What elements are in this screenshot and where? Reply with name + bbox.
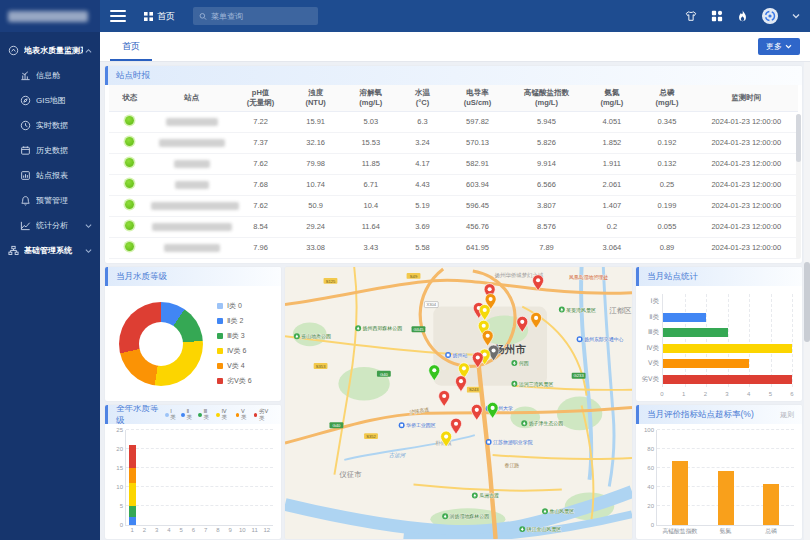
- table-row[interactable]: 7.3732.1615.533.24570.135.8261.8520.1922…: [109, 132, 798, 153]
- scrollbar-thumb[interactable]: [796, 114, 801, 162]
- bar-2[interactable]: [763, 484, 779, 525]
- bar-0[interactable]: [672, 461, 688, 525]
- grid-icon: [144, 12, 153, 21]
- legend-item[interactable]: Ⅱ类 2: [217, 316, 252, 326]
- sidebar-item-4[interactable]: 站点报表: [0, 163, 100, 188]
- sidebar-section-water-monitor[interactable]: 地表水质量监测系统: [0, 38, 100, 63]
- stacked-bar-chart[interactable]: 0510152025123456789101112: [125, 430, 273, 526]
- bar-1[interactable]: [718, 471, 734, 525]
- road-shield: S125: [324, 278, 338, 284]
- grid-line: [771, 294, 772, 387]
- bar-row[interactable]: Ⅰ类: [663, 297, 792, 307]
- bar-row[interactable]: Ⅴ类: [663, 359, 792, 369]
- status-dot-normal: [125, 116, 134, 125]
- right-column: 当月站点统计 Ⅰ类Ⅱ类Ⅲ类Ⅳ类Ⅴ类劣Ⅴ类 0123456 当月评价指标站点超标率…: [636, 267, 802, 539]
- map-label-district: 仪征市: [339, 470, 362, 479]
- sidebar-item-3[interactable]: 历史数据: [0, 138, 100, 163]
- panel-header: 站点时报: [105, 66, 802, 85]
- stacked-bar-month-1[interactable]: [129, 430, 136, 525]
- legend-item[interactable]: Ⅲ类: [198, 408, 212, 422]
- map-canvas[interactable]: S125S49X304S353G40G40S352S243G233G345 扬州…: [285, 267, 632, 539]
- legend-item[interactable]: Ⅴ类 4: [217, 361, 252, 371]
- table-row[interactable]: 8.5429.2411.643.69456.768.5760.20.055202…: [109, 216, 798, 237]
- search-input[interactable]: [211, 12, 312, 21]
- col-header: 站点: [150, 85, 233, 111]
- svg-text:江都区: 江都区: [609, 306, 632, 315]
- theme-icon[interactable]: [685, 10, 697, 22]
- map-label-poi: 扬州东部交通中心: [577, 336, 624, 343]
- donut-ring[interactable]: [119, 302, 203, 386]
- rules-link[interactable]: 规则: [780, 410, 794, 420]
- sidebar-item-2[interactable]: 实时数据: [0, 113, 100, 138]
- col-header: 水温(°C): [398, 85, 446, 111]
- svg-text:扬州站: 扬州站: [453, 352, 468, 359]
- map-panel[interactable]: S125S49X304S353G40G40S352S243G233G345 扬州…: [285, 267, 632, 539]
- svg-text:S352: S352: [366, 434, 376, 439]
- table-row[interactable]: 7.6810.746.714.43603.946.5662.0610.25202…: [109, 174, 798, 195]
- legend-item[interactable]: Ⅳ类: [216, 408, 231, 422]
- avatar[interactable]: [762, 8, 778, 24]
- tab-home[interactable]: 首页: [110, 32, 152, 61]
- legend-item[interactable]: Ⅳ类 6: [217, 346, 252, 356]
- chart-legend: Ⅰ类Ⅱ类Ⅲ类Ⅳ类Ⅴ类劣Ⅴ类: [165, 408, 273, 422]
- station-name-redacted: [166, 118, 218, 126]
- annual-grade-panel: 全年水质等级 Ⅰ类Ⅱ类Ⅲ类Ⅳ类Ⅴ类劣Ⅴ类 0510152025123456789…: [105, 405, 281, 539]
- status-dot-normal: [125, 137, 134, 146]
- legend-item[interactable]: Ⅱ类: [181, 408, 194, 422]
- col-header: 氨氮(mg/L): [584, 85, 639, 111]
- x-tick: 12: [264, 527, 271, 533]
- svg-text:G40: G40: [332, 423, 341, 428]
- app-window: 地表水质量监测系统信息舱GIS地图实时数据历史数据站点报表预警管理统计分析基础管…: [0, 0, 810, 540]
- scrollbar-thumb[interactable]: [804, 262, 810, 342]
- legend-item[interactable]: Ⅴ类: [236, 408, 250, 422]
- panel-title: 站点时报: [116, 70, 150, 82]
- legend-item[interactable]: 劣Ⅴ类: [254, 408, 273, 422]
- search-icon: [199, 12, 207, 21]
- page-scrollbar[interactable]: [804, 62, 810, 540]
- bar-row[interactable]: Ⅱ类: [663, 312, 792, 322]
- col-header: 监测时间: [695, 85, 798, 111]
- status-dot-normal: [125, 158, 134, 167]
- caret-down-icon: [85, 223, 92, 229]
- col-header: 高锰酸盐指数(mg/L): [509, 85, 585, 111]
- chevron-down-icon[interactable]: [792, 13, 800, 19]
- road-shield: G40: [329, 422, 343, 428]
- more-button[interactable]: 更多: [758, 38, 800, 55]
- hamburger-menu-icon[interactable]: [110, 10, 126, 22]
- breadcrumb[interactable]: 首页: [144, 10, 175, 23]
- sidebar-item-0[interactable]: 信息舱: [0, 63, 100, 88]
- legend-item[interactable]: Ⅰ类 0: [217, 301, 252, 311]
- sidebar-section-base-manage[interactable]: 基础管理系统: [0, 238, 100, 263]
- grid-line: [685, 294, 686, 387]
- bar-chart[interactable]: 020406080100高锰酸盐指数氨氮总磷: [656, 430, 794, 526]
- x-category: 氨氮: [720, 527, 732, 536]
- sidebar-item-6[interactable]: 统计分析: [0, 213, 100, 238]
- bar-row[interactable]: Ⅲ类: [663, 328, 792, 338]
- table-row[interactable]: 7.2215.915.036.3597.825.9454.0510.345202…: [109, 111, 798, 132]
- table-row[interactable]: 7.6279.9811.854.17582.919.9141.9110.1322…: [109, 153, 798, 174]
- status-dot-normal: [125, 200, 134, 209]
- sidebar-item-1[interactable]: GIS地图: [0, 88, 100, 113]
- flame-icon[interactable]: [737, 10, 748, 22]
- segment-劣Ⅴ类: [129, 445, 136, 468]
- table-row[interactable]: 7.9633.083.435.58641.957.893.0640.892024…: [109, 237, 798, 258]
- logo: [0, 0, 100, 32]
- bar-row[interactable]: 劣Ⅴ类: [663, 374, 792, 384]
- legend-item[interactable]: 劣Ⅴ类 6: [217, 376, 252, 386]
- sidebar-item-5[interactable]: 预警管理: [0, 188, 100, 213]
- monitor-time: 2024-01-23 12:00:00: [695, 153, 798, 174]
- table-scrollbar[interactable]: [796, 114, 801, 259]
- svg-text:S125: S125: [326, 279, 336, 284]
- legend-item[interactable]: Ⅲ类 3: [217, 331, 252, 341]
- hbar-chart[interactable]: Ⅰ类Ⅱ类Ⅲ类Ⅳ类Ⅴ类劣Ⅴ类 0123456: [636, 286, 802, 401]
- grid-line: [706, 294, 707, 387]
- monitor-icon: [8, 45, 19, 56]
- bar-row[interactable]: Ⅳ类: [663, 343, 792, 353]
- search-box[interactable]: [193, 7, 318, 25]
- map-label-park: 何园: [511, 360, 528, 366]
- legend-item[interactable]: Ⅰ类: [165, 408, 177, 422]
- table-row[interactable]: 7.6250.910.45.19596.453.8071.4070.199202…: [109, 195, 798, 216]
- panel-title: 当月站点统计: [647, 271, 698, 283]
- x-tick: 6: [192, 527, 195, 533]
- apps-icon[interactable]: [711, 10, 723, 22]
